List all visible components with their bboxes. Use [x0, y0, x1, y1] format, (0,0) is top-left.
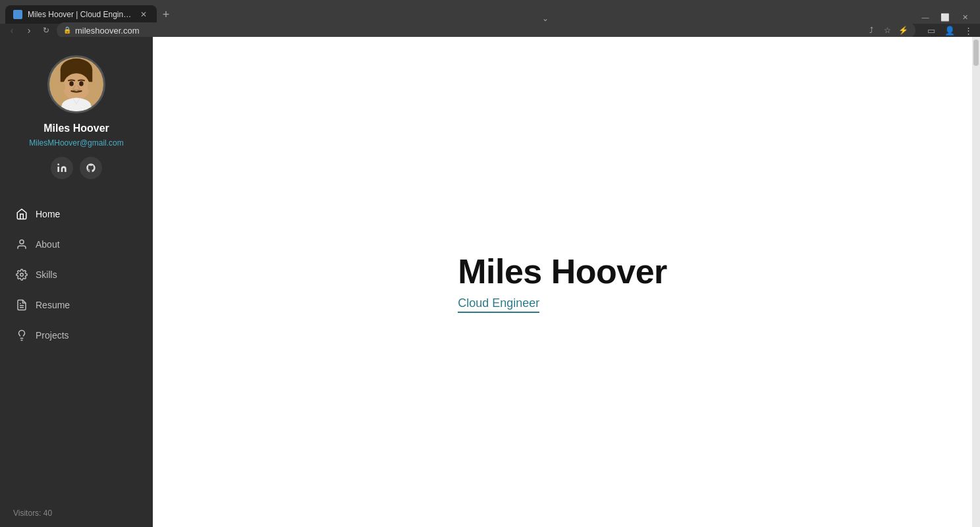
svg-point-8 [20, 240, 24, 244]
svg-point-4 [69, 81, 74, 86]
hero-name: Miles Hoover [458, 252, 667, 291]
home-icon [16, 208, 28, 220]
browser-chrome: Miles Hoover | Cloud Engineer ✕ + ⌄ — ⬜ … [0, 0, 980, 37]
svg-point-7 [88, 83, 92, 90]
avatar [47, 55, 105, 113]
svg-point-9 [20, 273, 24, 277]
resume-label: Resume [36, 300, 70, 310]
close-window-button[interactable]: ✕ [955, 11, 975, 24]
lightbulb-icon [16, 329, 28, 341]
browser-actions: ▭ 👤 ⋮ [925, 24, 975, 37]
active-tab[interactable]: Miles Hoover | Cloud Engineer ✕ [5, 5, 157, 24]
person-icon [16, 238, 28, 250]
sidebar-item-projects[interactable]: Projects [0, 320, 153, 350]
window-controls: — ⬜ ✕ [915, 11, 975, 24]
visitors-count: Visitors: 40 [13, 509, 52, 518]
document-icon [16, 299, 28, 311]
projects-label: Projects [36, 330, 69, 341]
tab-title: Miles Hoover | Cloud Engineer [28, 10, 133, 19]
share-button[interactable]: ⤴ [865, 24, 877, 36]
tab-close-button[interactable]: ✕ [138, 9, 149, 20]
maximize-button[interactable]: ⬜ [935, 11, 955, 24]
address-bar: ‹ › ↻ 🔒 mileshoover.com ⤴ ☆ ⚡ ▭ 👤 ⋮ [0, 24, 980, 37]
sidebar-item-about[interactable]: About [0, 229, 153, 260]
github-button[interactable] [80, 157, 102, 179]
page: Miles Hoover MilesMHoover@gmail.com [0, 37, 980, 527]
sidebar-toggle-button[interactable]: ▭ [925, 24, 938, 37]
profile-email[interactable]: MilesMHoover@gmail.com [29, 138, 124, 148]
svg-point-5 [79, 81, 84, 86]
sidebar-item-resume[interactable]: Resume [0, 290, 153, 320]
tab-favicon [13, 10, 22, 19]
svg-point-3 [63, 73, 90, 100]
skills-label: Skills [36, 269, 57, 280]
github-icon [86, 163, 96, 173]
forward-button[interactable]: › [22, 24, 36, 37]
profile-button[interactable]: 👤 [943, 24, 956, 37]
sidebar-item-home[interactable]: Home [0, 199, 153, 229]
reload-button[interactable]: ↻ [40, 24, 53, 37]
sidebar: Miles Hoover MilesMHoover@gmail.com [0, 37, 153, 527]
back-button[interactable]: ‹ [5, 24, 18, 37]
linkedin-icon [57, 163, 67, 173]
minimize-button[interactable]: — [915, 11, 935, 24]
url-text: mileshoover.com [75, 26, 861, 36]
profile-section: Miles Hoover MilesMHoover@gmail.com [0, 37, 153, 192]
linkedin-button[interactable] [51, 157, 73, 179]
secure-icon: 🔒 [63, 26, 71, 34]
about-label: About [36, 239, 60, 250]
url-bar[interactable]: 🔒 mileshoover.com ⤴ ☆ ⚡ [57, 22, 915, 38]
bookmark-button[interactable]: ☆ [881, 24, 893, 36]
sidebar-item-skills[interactable]: Skills [0, 260, 153, 290]
hero-title: Cloud Engineer [458, 296, 539, 313]
main-content: Miles Hoover Cloud Engineer [153, 37, 972, 527]
hero-section: Miles Hoover Cloud Engineer [458, 252, 667, 313]
sidebar-footer: Visitors: 40 [0, 499, 153, 527]
profile-name: Miles Hoover [43, 123, 109, 134]
tab-bar: Miles Hoover | Cloud Engineer ✕ + ⌄ — ⬜ … [0, 0, 980, 24]
avatar-image [49, 55, 103, 113]
home-label: Home [36, 209, 60, 219]
extensions-button[interactable]: ⚡ [897, 24, 909, 36]
menu-button[interactable]: ⋮ [962, 24, 975, 37]
svg-point-6 [61, 83, 65, 90]
scrollbar-thumb[interactable] [973, 40, 979, 66]
navigation: Home About Skills [0, 192, 153, 499]
url-actions: ⤴ ☆ ⚡ [865, 24, 909, 36]
social-links [51, 157, 102, 179]
gear-icon [16, 269, 28, 281]
new-tab-button[interactable]: + [157, 5, 175, 24]
scrollbar[interactable] [972, 37, 980, 527]
